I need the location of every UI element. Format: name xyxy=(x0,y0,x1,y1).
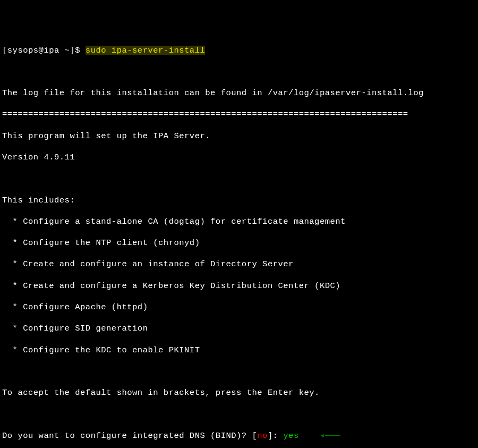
include-item: * Create and configure a Kerberos Key Di… xyxy=(2,281,476,291)
dns-answer-yes: yes xyxy=(283,431,309,441)
shell-prompt: [sysops@ipa ~]$ xyxy=(2,46,86,55)
include-item: * Create and configure an instance of Di… xyxy=(2,259,476,269)
log-file-line: The log file for this installation can b… xyxy=(2,88,476,98)
command-text: sudo ipa-server-install xyxy=(86,46,205,55)
arrow-icon: ◂─── xyxy=(309,431,340,441)
version-line: Version 4.9.11 xyxy=(2,152,476,163)
blank-line xyxy=(2,409,476,419)
dns-q-prefix: Do you want to configure integrated DNS … xyxy=(2,431,257,441)
accept-default-line: To accept the default shown in brackets,… xyxy=(2,387,476,398)
blank-line xyxy=(2,66,476,77)
prompt-line: [sysops@ipa ~]$ sudo ipa-server-install xyxy=(2,45,476,56)
include-item: * Configure Apache (httpd) xyxy=(2,302,476,312)
include-item: * Configure SID generation xyxy=(2,323,476,334)
dns-default-no: no xyxy=(257,431,268,441)
include-item: * Configure the NTP client (chronyd) xyxy=(2,238,476,248)
includes-header: This includes: xyxy=(2,195,476,206)
blank-line xyxy=(2,173,476,184)
include-item: * Configure a stand-alone CA (dogtag) fo… xyxy=(2,216,476,227)
dns-question-line[interactable]: Do you want to configure integrated DNS … xyxy=(2,430,476,441)
setup-line: This program will set up the IPA Server. xyxy=(2,131,476,141)
blank-line xyxy=(2,366,476,377)
include-item: * Configure the KDC to enable PKINIT xyxy=(2,345,476,356)
dns-q-suffix: ]: xyxy=(268,431,283,441)
divider-line: ========================================… xyxy=(2,109,476,120)
